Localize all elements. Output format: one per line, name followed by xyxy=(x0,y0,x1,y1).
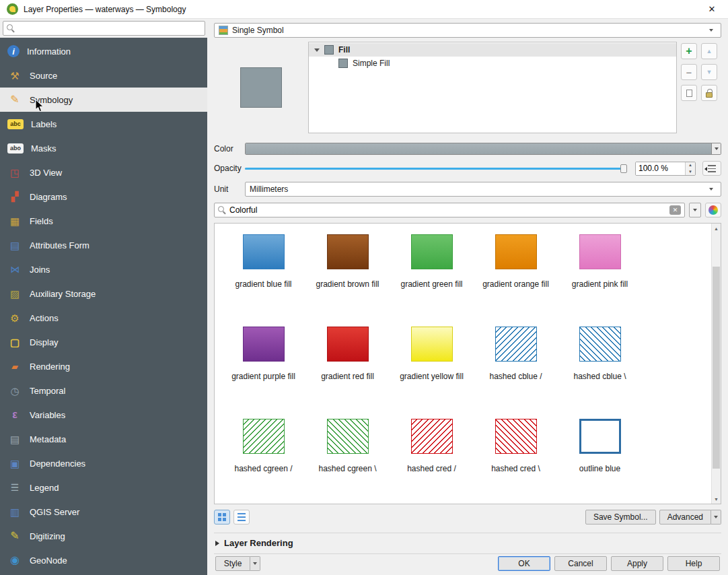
help-button[interactable]: Help xyxy=(667,556,720,571)
symbol-item[interactable]: gradient blue fill xyxy=(221,229,305,321)
symbol-item[interactable]: hashed cred / xyxy=(390,413,474,504)
symbol-item[interactable]: gradient red fill xyxy=(305,321,390,413)
unit-select[interactable]: Millimeters xyxy=(245,182,721,197)
save-symbol-button[interactable]: Save Symbol... xyxy=(585,510,656,525)
duplicate-symbol-layer-button[interactable] xyxy=(681,85,697,101)
cancel-button[interactable]: Cancel xyxy=(554,556,607,571)
style-button[interactable]: Style xyxy=(215,556,250,571)
opacity-spinbox[interactable]: ▲ ▼ xyxy=(635,162,696,176)
data-defined-override-button[interactable] xyxy=(702,161,721,176)
symbol-item[interactable]: gradient yellow fill xyxy=(390,321,474,413)
temporal-icon: ◷ xyxy=(7,383,22,398)
symbol-layer-buttons: + ▲ − ▼ xyxy=(677,42,721,133)
symbol-search[interactable] xyxy=(214,203,685,217)
scrollbar-track[interactable] xyxy=(712,233,721,494)
ok-button[interactable]: OK xyxy=(498,556,550,571)
sidebar-item-auxiliary-storage[interactable]: ▨Auxiliary Storage xyxy=(0,281,207,306)
sidebar-item-digitizing[interactable]: ✎Digitizing xyxy=(0,524,207,548)
close-button[interactable]: ✕ xyxy=(702,2,721,17)
symbol-search-input[interactable] xyxy=(229,205,666,215)
chevron-down-icon[interactable] xyxy=(711,143,721,154)
symbol-item[interactable]: hashed cblue / xyxy=(474,321,558,413)
sidebar-item-joins[interactable]: ⋈Joins xyxy=(0,257,207,281)
geonode-icon: ◉ xyxy=(7,553,22,568)
advanced-dropdown-arrow[interactable] xyxy=(711,510,721,525)
sidebar-item-diagrams[interactable]: ▞Diagrams xyxy=(0,184,207,209)
tree-row-simple-fill[interactable]: Simple Fill xyxy=(309,57,676,70)
sidebar-item-fields[interactable]: ▦Fields xyxy=(0,209,207,233)
sidebar-item-source[interactable]: ⚒Source xyxy=(0,63,207,88)
sidebar-item-masks[interactable]: aboMasks xyxy=(0,136,207,160)
symbol-item[interactable]: gradient brown fill xyxy=(305,229,390,321)
sidebar-item-qgis-server[interactable]: ▥QGIS Server xyxy=(0,500,207,524)
sidebar-item-actions[interactable]: ⚙Actions xyxy=(0,306,207,330)
symbol-item[interactable]: hashed cblue \ xyxy=(558,321,642,413)
color-button[interactable] xyxy=(245,143,721,155)
symbol-label: gradient pink fill xyxy=(572,279,628,289)
opacity-value-input[interactable] xyxy=(636,162,685,175)
sidebar-item-display[interactable]: ▢Display xyxy=(0,330,207,354)
search-icon xyxy=(7,24,15,32)
sidebar-search-input[interactable] xyxy=(18,24,201,33)
sidebar-item-label: Masks xyxy=(31,143,57,154)
sidebar-item-label: Display xyxy=(30,337,59,347)
sidebar-item-temporal[interactable]: ◷Temporal xyxy=(0,378,207,403)
scrollbar-thumb[interactable] xyxy=(713,267,720,469)
move-up-button[interactable]: ▲ xyxy=(701,43,717,59)
sidebar-item-labels[interactable]: abcLabels xyxy=(0,112,207,136)
sidebar-item-attributes-form[interactable]: ▤Attributes Form xyxy=(0,233,207,257)
remove-symbol-layer-button[interactable]: − xyxy=(681,64,697,80)
layer-rendering-header[interactable]: Layer Rendering xyxy=(214,533,721,552)
symbol-thumbnail xyxy=(243,419,285,454)
unit-value: Millimeters xyxy=(250,184,288,194)
symbol-item[interactable]: gradient pink fill xyxy=(558,229,642,321)
add-symbol-layer-button[interactable]: + xyxy=(681,43,697,59)
sidebar-search[interactable] xyxy=(3,21,205,36)
color-row: Color xyxy=(214,143,721,155)
clear-search-icon[interactable] xyxy=(669,205,681,215)
sidebar-item-information[interactable]: iInformation xyxy=(0,39,207,63)
sidebar-item-legend[interactable]: ☰Legend xyxy=(0,475,207,500)
sidebar-item-label: Labels xyxy=(31,119,57,129)
renderer-select[interactable]: Single Symbol xyxy=(214,23,721,38)
symbol-item[interactable]: hashed cgreen / xyxy=(221,413,305,504)
digitizing-icon: ✎ xyxy=(7,529,22,543)
symbol-item[interactable]: gradient orange fill xyxy=(474,229,558,321)
sidebar-item-symbology[interactable]: ✎Symbology xyxy=(0,88,207,112)
list-view-button[interactable] xyxy=(233,510,250,525)
gallery-scrollbar[interactable]: ▲ ▼ xyxy=(711,224,721,504)
symbol-item[interactable]: outline blue xyxy=(558,413,642,504)
simple-fill-symbol-icon xyxy=(338,59,348,68)
symbol-label: gradient red fill xyxy=(321,372,374,381)
symbol-thumbnail xyxy=(327,234,369,269)
lock-color-button[interactable] xyxy=(701,85,717,101)
opacity-slider-handle[interactable] xyxy=(620,164,627,173)
opacity-slider[interactable] xyxy=(245,162,627,174)
symbol-item[interactable]: hashed cgreen \ xyxy=(305,413,390,504)
style-dropdown-arrow[interactable] xyxy=(250,556,260,571)
sidebar-item-3d-view[interactable]: ◳3D View xyxy=(0,160,207,184)
style-manager-button[interactable] xyxy=(705,203,721,217)
sidebar-item-label: Diagrams xyxy=(30,192,67,202)
symbol-item[interactable]: hashed cred \ xyxy=(474,413,558,504)
expand-icon[interactable] xyxy=(314,48,320,52)
sidebar-item-dependencies[interactable]: ▣Dependencies xyxy=(0,451,207,475)
grid-view-icon xyxy=(218,513,226,521)
sidebar-item-variables[interactable]: εVariables xyxy=(0,403,207,427)
sidebar-item-geonode[interactable]: ◉GeoNode xyxy=(0,548,207,572)
tree-row-fill[interactable]: Fill xyxy=(309,43,676,57)
apply-button[interactable]: Apply xyxy=(611,556,663,571)
move-down-button[interactable]: ▼ xyxy=(701,64,717,80)
fill-symbol-icon xyxy=(324,45,334,55)
icon-view-button[interactable] xyxy=(214,510,230,525)
sidebar-item-metadata[interactable]: ▤Metadata xyxy=(0,427,207,451)
scroll-down-icon[interactable]: ▼ xyxy=(712,494,721,504)
symbol-item[interactable]: gradient purple fill xyxy=(221,321,305,413)
spin-up-icon[interactable]: ▲ xyxy=(686,162,695,169)
sidebar-item-rendering[interactable]: ▰Rendering xyxy=(0,354,207,378)
scroll-up-icon[interactable]: ▲ xyxy=(712,224,721,233)
advanced-button[interactable]: Advanced xyxy=(659,510,711,525)
symbol-item[interactable]: gradient green fill xyxy=(390,229,474,321)
spin-down-icon[interactable]: ▼ xyxy=(686,168,695,175)
search-filter-dropdown[interactable] xyxy=(689,203,701,217)
